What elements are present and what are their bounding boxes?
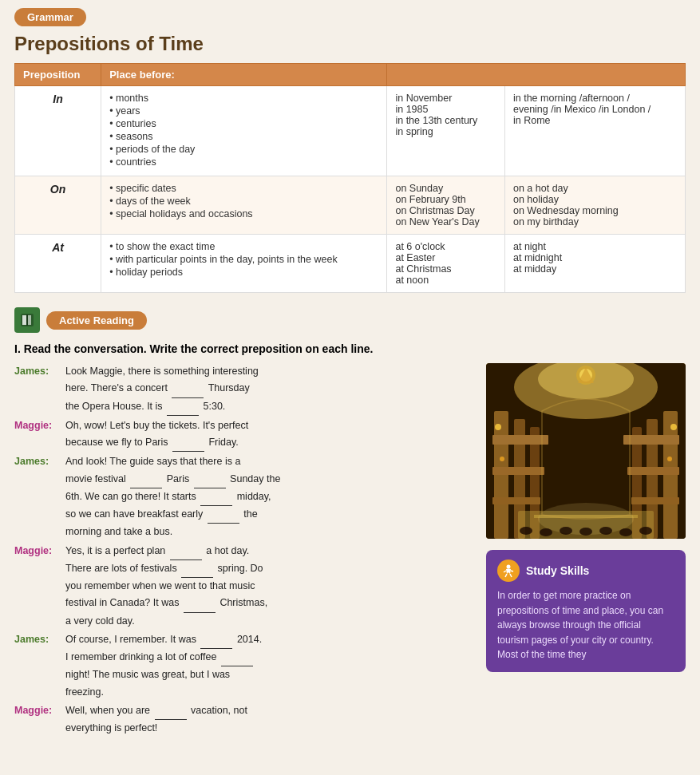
dialogue-container: James:Look Maggie, there is something in… [14,363,473,737]
exercise-instruction: I. Read the conversation. Write the corr… [14,342,686,355]
dialogue-line-3: Maggie:Yes, it is a perfect plan a hot d… [14,543,473,630]
exercise-right: Study Skills In order to get more practi… [486,363,686,738]
place-item: years [109,105,378,117]
col-header-preposition: Preposition [15,64,101,86]
col-header-place: Place before: [101,64,387,86]
blank-field[interactable] [130,471,162,488]
section-title: Prepositions of Time [14,33,686,55]
grammar-badge: Grammar [14,8,86,26]
study-skills-icon [497,560,520,582]
place-item: seasons [109,131,378,142]
blank-field[interactable] [167,398,199,416]
svg-rect-18 [623,435,679,445]
blank-field[interactable] [172,380,204,397]
svg-point-31 [560,527,572,535]
page: Grammar Prepositions of Time Preposition… [0,0,700,754]
book-icon [19,312,35,328]
svg-point-32 [579,528,592,536]
svg-point-27 [500,457,504,461]
dialogue-line-4: James:Of course, I remember. It was 2014… [14,631,473,701]
blank-field[interactable] [155,702,187,720]
col-header-examples [387,64,686,86]
exercise-number: I. [14,342,21,355]
speaker-maggie-3: Maggie: [14,543,61,630]
example2-cell-0: in the morning /afternoon / evening /in … [504,86,685,176]
study-skills-title: Study Skills [526,563,589,579]
svg-point-25 [495,424,501,430]
dialogue-content-1: Oh, wow! Let's buy the tickets. It's per… [65,417,473,453]
place-before-cell-1: specific datesdays of the weekspecial ho… [101,176,387,235]
example1-cell-2: at 6 o'clock at Easter at Christmas at n… [387,235,505,293]
svg-point-36 [507,565,511,569]
svg-point-29 [520,527,532,535]
prep-cell-in: In [15,86,101,176]
blank-field[interactable] [172,434,204,452]
place-item: holiday periods [109,267,378,278]
dialogue-content-5: Well, when you are vacation, noteverythi… [65,702,473,737]
place-item: countries [109,156,378,168]
blank-field[interactable] [200,631,232,649]
active-reading-bar: Active Reading [14,307,686,333]
speaker-maggie-1: Maggie: [14,417,61,453]
dialogue-line-5: Maggie:Well, when you are vacation, note… [14,702,473,737]
blank-field[interactable] [221,649,253,666]
opera-svg [486,363,686,539]
dialogue-content-2: And look! The guide says that there is a… [65,453,473,540]
svg-rect-3 [26,314,28,326]
svg-rect-16 [492,467,544,475]
svg-point-33 [599,527,612,535]
speaker-james-4: James: [14,631,61,701]
book-icon-wrap [14,307,40,333]
blank-field[interactable] [208,506,239,524]
place-item: centuries [109,118,378,129]
svg-rect-1 [22,315,26,325]
svg-point-35 [639,527,652,535]
svg-point-26 [670,424,677,430]
active-reading-badge: Active Reading [46,311,147,330]
study-skills-header: Study Skills [497,560,674,582]
example1-cell-0: in November in 1985 in the 13th century … [387,86,505,176]
blank-field[interactable] [170,543,202,560]
opera-image [486,363,686,539]
exercise-left: James:Look Maggie, there is something in… [14,363,473,738]
place-item: to show the exact time [109,241,378,252]
dialogue-line-2: James:And look! The guide says that ther… [14,453,473,540]
place-item: with particular points in the day, point… [109,254,378,265]
place-before-cell-0: monthsyearscenturiesseasonsperiods of th… [101,86,387,176]
place-item: special holidays and occasions [109,208,378,219]
dialogue-line-1: Maggie:Oh, wow! Let's buy the tickets. I… [14,417,473,453]
dialogue-content-0: Look Maggie, there is something interest… [65,363,473,416]
exercise-instruction-text: Read the conversation. Write the correct… [24,342,374,355]
exercise-area: James:Look Maggie, there is something in… [14,363,686,738]
prep-cell-on: On [15,176,101,235]
grammar-table: Preposition Place before: Inmonthsyearsc… [14,63,686,293]
svg-point-34 [619,528,632,536]
example1-cell-1: on Sunday on February 9th on Christmas D… [387,176,505,235]
speaker-james-0: James: [14,363,61,416]
svg-point-28 [667,457,672,461]
study-skills-box: Study Skills In order to get more practi… [486,550,686,672]
svg-point-30 [540,528,552,536]
svg-rect-15 [492,435,548,445]
place-item: months [109,93,378,104]
dialogue-content-4: Of course, I remember. It was 2014.I rem… [65,631,473,701]
blank-field[interactable] [181,560,213,578]
dialogue-content-3: Yes, it is a perfect plan a hot day.Ther… [65,543,473,630]
svg-rect-19 [627,467,679,475]
place-item: days of the week [109,196,378,207]
place-item: periods of the day [109,144,378,155]
example2-cell-2: at night at midnight at midday [504,235,685,293]
blank-field[interactable] [184,595,216,612]
study-skills-text: In order to get more practice on preposi… [497,588,674,662]
speaker-james-2: James: [14,453,61,540]
dialogue-line-0: James:Look Maggie, there is something in… [14,363,473,416]
speaker-maggie-5: Maggie: [14,702,61,737]
place-item: specific dates [109,183,378,194]
svg-rect-17 [492,497,540,504]
svg-rect-20 [631,497,679,504]
place-before-cell-2: to show the exact timewith particular po… [101,235,387,293]
runner-icon [501,563,516,578]
blank-field[interactable] [194,471,226,488]
example2-cell-1: on a hot day on holiday on Wednesday mor… [504,176,685,235]
blank-field[interactable] [200,488,232,506]
